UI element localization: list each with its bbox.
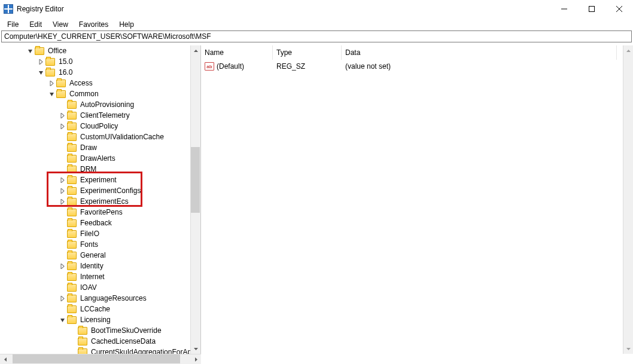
svg-marker-13 [4, 357, 7, 362]
tree-hscroll-thumb[interactable] [13, 354, 180, 363]
tree-item[interactable]: LanguageResources [0, 293, 200, 304]
tree-item[interactable]: General [0, 250, 200, 261]
column-header-name[interactable]: Name [201, 45, 273, 60]
list-vertical-scrollbar[interactable] [623, 45, 633, 354]
tree-item[interactable]: Fonts [0, 239, 200, 250]
menu-edit[interactable]: Edit [25, 19, 47, 30]
chevron-down-icon[interactable] [59, 317, 66, 323]
svg-rect-0 [4, 5, 8, 8]
tree-item[interactable]: Licensing [0, 314, 200, 325]
tree-item-label: FileIO [79, 230, 101, 238]
tree-item[interactable]: Feedback [0, 218, 200, 228]
scroll-right-button[interactable] [191, 354, 201, 364]
tree-expander-none [59, 285, 66, 291]
tree-item[interactable]: IOAV [0, 282, 200, 293]
menu-help[interactable]: Help [114, 19, 139, 30]
tree-item[interactable]: 16.0 [0, 67, 200, 78]
chevron-right-icon[interactable] [59, 112, 66, 119]
tree-item[interactable]: Access [0, 78, 200, 88]
chevron-right-icon[interactable] [48, 80, 55, 87]
tree-item-label: Draw [79, 143, 98, 152]
tree-item[interactable]: CachedLicenseData [0, 336, 200, 347]
tree-item[interactable]: AutoProvisioning [0, 99, 200, 110]
chevron-right-icon[interactable] [59, 263, 66, 270]
tree-item[interactable]: DRM [0, 164, 200, 175]
tree-item[interactable]: ClientTelemetry [0, 110, 200, 121]
tree-item-label: 15.0 [57, 57, 74, 66]
tree-item[interactable]: Draw [0, 142, 200, 153]
scroll-left-button[interactable] [0, 354, 10, 364]
chevron-right-icon[interactable] [59, 123, 66, 130]
tree-item[interactable]: CurrentSkuIdAggregationForApp [0, 347, 200, 354]
folder-icon [67, 316, 77, 324]
folder-icon [67, 176, 77, 184]
folder-icon [78, 338, 87, 345]
chevron-right-icon[interactable] [59, 188, 66, 194]
tree-item-label: Access [68, 79, 94, 87]
tree-scroll[interactable]: Office15.016.0AccessCommonAutoProvisioni… [0, 45, 200, 354]
scroll-down-button[interactable] [191, 344, 200, 354]
chevron-right-icon[interactable] [59, 177, 66, 183]
tree-item[interactable]: BootTimeSkuOverride [0, 325, 200, 336]
chevron-right-icon[interactable] [38, 59, 44, 65]
tree-item[interactable]: ExperimentEcs [0, 196, 200, 207]
svg-marker-11 [626, 50, 631, 52]
folder-icon [67, 133, 77, 141]
tree-item[interactable]: Internet [0, 271, 200, 282]
tree-item-label: DrawAlerts [79, 154, 117, 163]
maximize-button[interactable] [578, 0, 605, 18]
tree-item-label: ClientTelemetry [79, 111, 131, 120]
address-input[interactable] [1, 30, 632, 42]
title-bar: Registry Editor [0, 0, 633, 18]
folder-icon [67, 198, 77, 206]
tree-item-label: CustomUIValidationCache [79, 133, 165, 141]
tree-pane: Office15.016.0AccessCommonAutoProvisioni… [0, 45, 201, 354]
bottom-bar [0, 354, 633, 364]
close-button[interactable] [605, 0, 633, 18]
folder-icon [67, 262, 77, 270]
tree-item[interactable]: LCCache [0, 304, 200, 314]
tree-expander-none [59, 166, 66, 173]
content-area: Office15.016.0AccessCommonAutoProvisioni… [0, 45, 633, 354]
svg-rect-6 [589, 7, 595, 12]
chevron-down-icon[interactable] [48, 91, 55, 97]
tree-vertical-scrollbar[interactable] [190, 45, 200, 354]
list-row[interactable]: ab(Default)REG_SZ(value not set) [201, 61, 633, 72]
tree-item[interactable]: FileIO [0, 228, 200, 239]
tree-expander-none [59, 274, 66, 280]
folder-icon [67, 144, 77, 152]
tree-item[interactable]: 15.0 [0, 56, 200, 67]
folder-icon [67, 295, 77, 302]
tree-item[interactable]: Common [0, 88, 200, 99]
tree-item[interactable]: Experiment [0, 175, 200, 185]
list-scroll-down-button[interactable] [623, 344, 633, 354]
tree-item[interactable]: DrawAlerts [0, 153, 200, 164]
column-header-type[interactable]: Type [273, 45, 342, 60]
tree-item-label: BootTimeSkuOverride [90, 326, 163, 335]
tree-item-label: Internet [79, 273, 106, 281]
minimize-button[interactable] [550, 0, 578, 18]
menu-favorites[interactable]: Favorites [74, 19, 113, 30]
chevron-down-icon[interactable] [27, 48, 34, 54]
tree-item[interactable]: Identity [0, 261, 200, 271]
tree-expander-none [59, 252, 66, 259]
column-header-data[interactable]: Data [342, 45, 617, 60]
list-scroll-up-button[interactable] [623, 45, 633, 56]
menu-view[interactable]: View [48, 19, 73, 30]
tree-item-label: AutoProvisioning [79, 100, 135, 109]
tree-item[interactable]: ExperimentConfigs [0, 185, 200, 196]
chevron-down-icon[interactable] [38, 69, 44, 76]
tree-item[interactable]: Office [0, 45, 200, 56]
folder-icon [67, 230, 77, 238]
tree-item[interactable]: CloudPolicy [0, 121, 200, 131]
chevron-right-icon[interactable] [59, 295, 66, 302]
tree-horizontal-scrollbar[interactable] [0, 354, 201, 364]
tree-vscroll-thumb[interactable] [191, 147, 200, 213]
scroll-up-button[interactable] [191, 45, 200, 56]
menu-file[interactable]: File [2, 19, 23, 30]
folder-icon [78, 348, 87, 354]
tree-item[interactable]: FavoritePens [0, 207, 200, 218]
tree-item[interactable]: CustomUIValidationCache [0, 131, 200, 142]
value-name: (Default) [217, 62, 244, 71]
chevron-right-icon[interactable] [59, 198, 66, 205]
